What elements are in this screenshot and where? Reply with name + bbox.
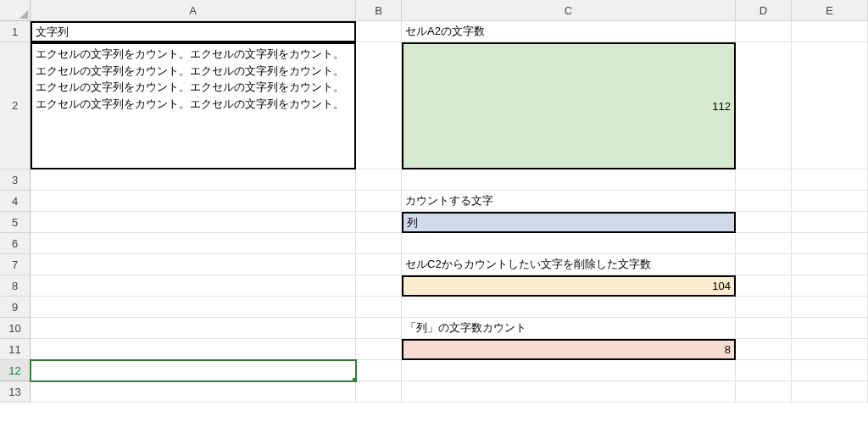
cell-E12[interactable] (792, 360, 868, 381)
cell-A4[interactable] (31, 191, 356, 212)
cell-E7[interactable] (792, 254, 868, 275)
cell-C9[interactable] (402, 297, 736, 318)
cell-A7[interactable] (31, 254, 356, 275)
cell-A5[interactable] (31, 212, 356, 233)
row-header-12[interactable]: 12 (0, 360, 31, 381)
cell-C1[interactable]: セルA2の文字数 (402, 21, 736, 42)
cell-D6[interactable] (736, 233, 792, 254)
cell-E13[interactable] (792, 381, 868, 402)
col-header-A[interactable]: A (31, 0, 356, 21)
cell-C8[interactable]: 104 (402, 275, 736, 297)
cell-D12[interactable] (736, 360, 792, 381)
cell-D9[interactable] (736, 297, 792, 318)
row-header-2[interactable]: 2 (0, 42, 31, 169)
cell-A3[interactable] (31, 169, 356, 191)
cell-A13[interactable] (31, 381, 356, 402)
cell-B9[interactable] (356, 297, 402, 318)
cell-C3[interactable] (402, 169, 736, 191)
col-header-E[interactable]: E (792, 0, 868, 21)
row-header-8[interactable]: 8 (0, 275, 31, 297)
cell-E4[interactable] (792, 191, 868, 212)
cell-B11[interactable] (356, 339, 402, 360)
cell-E9[interactable] (792, 297, 868, 318)
row-header-9[interactable]: 9 (0, 297, 31, 318)
cell-D10[interactable] (736, 318, 792, 339)
cell-E1[interactable] (792, 21, 868, 42)
cell-B12[interactable] (356, 360, 402, 381)
row-header-3[interactable]: 3 (0, 169, 31, 191)
cell-D7[interactable] (736, 254, 792, 275)
cell-D8[interactable] (736, 275, 792, 297)
cell-B8[interactable] (356, 275, 402, 297)
spreadsheet-grid[interactable]: A B C D E 1 文字列 セルA2の文字数 2 エクセルの文字列をカウント… (0, 0, 868, 402)
cell-C5[interactable]: 列 (402, 212, 736, 233)
cell-A1[interactable]: 文字列 (31, 21, 356, 42)
row-header-10[interactable]: 10 (0, 318, 31, 339)
cell-E3[interactable] (792, 169, 868, 191)
cell-B13[interactable] (356, 381, 402, 402)
cell-D1[interactable] (736, 21, 792, 42)
cell-A12[interactable] (31, 360, 356, 381)
cell-C13[interactable] (402, 381, 736, 402)
row-header-1[interactable]: 1 (0, 21, 31, 42)
select-all-corner[interactable] (0, 0, 31, 21)
row-header-13[interactable]: 13 (0, 381, 31, 402)
col-header-B[interactable]: B (356, 0, 402, 21)
cell-E11[interactable] (792, 339, 868, 360)
cell-A2[interactable]: エクセルの文字列をカウント。エクセルの文字列をカウント。エクセルの文字列をカウン… (31, 42, 356, 169)
cell-B4[interactable] (356, 191, 402, 212)
row-header-6[interactable]: 6 (0, 233, 31, 254)
cell-C2[interactable]: 112 (402, 42, 736, 169)
cell-C10[interactable]: 「列」の文字数カウント (402, 318, 736, 339)
cell-B10[interactable] (356, 318, 402, 339)
cell-C12[interactable] (402, 360, 736, 381)
cell-D5[interactable] (736, 212, 792, 233)
cell-D2[interactable] (736, 42, 792, 169)
cell-C7[interactable]: セルC2からカウントしたい文字を削除した文字数 (402, 254, 736, 275)
cell-C11[interactable]: 8 (402, 339, 736, 360)
row-header-5[interactable]: 5 (0, 212, 31, 233)
cell-A6[interactable] (31, 233, 356, 254)
row-header-4[interactable]: 4 (0, 191, 31, 212)
cell-E5[interactable] (792, 212, 868, 233)
cell-E10[interactable] (792, 318, 868, 339)
cell-A8[interactable] (31, 275, 356, 297)
cell-B6[interactable] (356, 233, 402, 254)
cell-B5[interactable] (356, 212, 402, 233)
cell-D3[interactable] (736, 169, 792, 191)
cell-E8[interactable] (792, 275, 868, 297)
cell-B2[interactable] (356, 42, 402, 169)
cell-A9[interactable] (31, 297, 356, 318)
cell-A10[interactable] (31, 318, 356, 339)
row-header-11[interactable]: 11 (0, 339, 31, 360)
cell-B7[interactable] (356, 254, 402, 275)
cell-C4[interactable]: カウントする文字 (402, 191, 736, 212)
cell-B1[interactable] (356, 21, 402, 42)
cell-D11[interactable] (736, 339, 792, 360)
row-header-7[interactable]: 7 (0, 254, 31, 275)
cell-E6[interactable] (792, 233, 868, 254)
cell-D13[interactable] (736, 381, 792, 402)
col-header-D[interactable]: D (736, 0, 792, 21)
cell-C6[interactable] (402, 233, 736, 254)
cell-E2[interactable] (792, 42, 868, 169)
cell-A11[interactable] (31, 339, 356, 360)
col-header-C[interactable]: C (402, 0, 736, 21)
cell-D4[interactable] (736, 191, 792, 212)
cell-B3[interactable] (356, 169, 402, 191)
